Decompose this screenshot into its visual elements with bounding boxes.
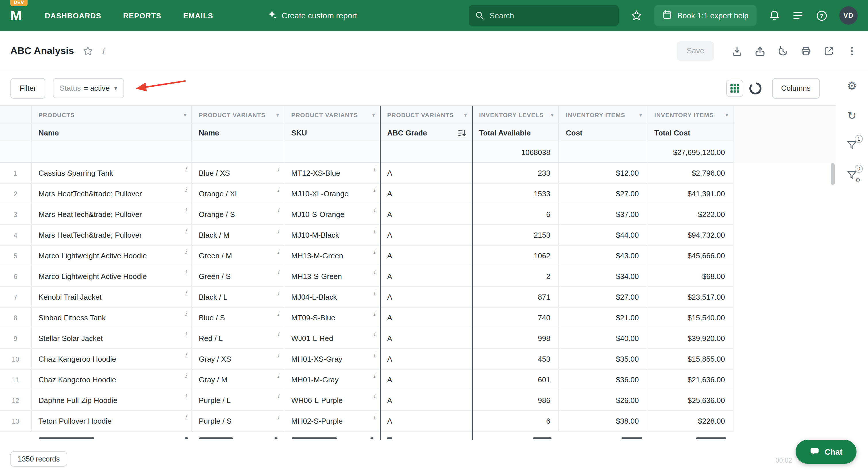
favorite-report-star-icon[interactable] [83, 46, 93, 56]
book-expert-help-button[interactable]: Book 1:1 expert help [654, 5, 756, 26]
info-icon[interactable]: i [277, 187, 279, 193]
table-row[interactable]: 8 Sinbad Fitness Tanki Blue / Si MT09-S-… [0, 308, 836, 328]
info-icon[interactable]: i [373, 414, 375, 420]
column-header-product-name[interactable]: Name [32, 124, 192, 142]
info-icon[interactable]: i [185, 207, 187, 213]
table-row[interactable]: 13 Teton Pullover Hoodiei Purple / Si MH… [0, 411, 836, 432]
open-in-new-button[interactable] [823, 45, 835, 57]
history-button[interactable] [777, 45, 789, 57]
info-icon[interactable]: i [373, 393, 375, 400]
info-icon[interactable]: i [277, 331, 279, 338]
column-group-product-variants-3[interactable]: PRODUCT VARIANTS▾ [380, 106, 472, 124]
report-settings-button[interactable]: ⚙ [845, 79, 859, 93]
avatar[interactable]: VD [839, 6, 858, 25]
table-view-toggle[interactable] [726, 79, 743, 97]
info-icon[interactable]: i [277, 269, 279, 275]
print-button[interactable] [800, 45, 812, 57]
notifications-bell-icon[interactable] [769, 10, 780, 21]
info-icon[interactable]: i [277, 373, 279, 379]
vertical-scrollbar[interactable] [831, 163, 835, 185]
info-icon[interactable]: i [185, 248, 187, 255]
filter-settings-button[interactable]: ⚙ 0 [845, 168, 859, 182]
nav-emails[interactable]: EMAILS [183, 11, 213, 20]
table-row[interactable]: 10 Chaz Kangeroo Hoodiei Gray / XSi MH01… [0, 349, 836, 370]
info-icon[interactable]: i [185, 352, 187, 358]
chart-view-toggle[interactable] [747, 80, 763, 96]
column-group-inventory-items-2[interactable]: INVENTORY ITEMS▾ [647, 106, 734, 124]
table-row[interactable]: 1 Cassius Sparring Tanki Blue / XSi MT12… [0, 163, 836, 184]
info-icon[interactable]: i [277, 352, 279, 358]
favorite-star-icon[interactable] [631, 10, 642, 21]
save-button[interactable]: Save [677, 41, 714, 61]
nav-dashboards[interactable]: DASHBOARDS [45, 11, 101, 20]
filter-button[interactable]: Filter [10, 78, 45, 98]
filters-button[interactable]: 1 [845, 138, 859, 152]
info-icon[interactable]: i [185, 310, 187, 317]
help-icon[interactable]: ? [816, 9, 828, 22]
info-icon[interactable]: i [185, 228, 187, 234]
info-icon[interactable]: i [185, 290, 187, 296]
table-row[interactable]: 2 Mars HeatTech&trade; Pulloveri Orange … [0, 184, 836, 204]
create-custom-report-button[interactable]: Create custom report [267, 10, 357, 21]
table-row[interactable]: 7 Kenobi Trail Jacketi Black / Li MJ04-L… [0, 287, 836, 308]
column-group-products[interactable]: PRODUCTS▾ [32, 106, 192, 124]
column-header-abc-grade[interactable]: ABC Grade [380, 124, 472, 142]
table-row[interactable]: 6 Marco Lightweight Active Hoodiei Green… [0, 266, 836, 287]
search-input[interactable] [469, 5, 619, 26]
records-count-button[interactable]: 1350 records [10, 451, 67, 467]
info-icon[interactable]: i [373, 207, 375, 213]
info-icon[interactable]: i [373, 373, 375, 379]
sort-descending-icon[interactable] [458, 129, 466, 139]
changelog-icon[interactable] [792, 10, 804, 21]
column-header-variant-name[interactable]: Name [192, 124, 284, 142]
info-icon[interactable]: i [277, 228, 279, 234]
info-icon[interactable]: i [373, 248, 375, 255]
table-row[interactable]: 5 Marco Lightweight Active Hoodiei Green… [0, 246, 836, 266]
info-icon[interactable]: i [373, 187, 375, 193]
report-info-icon[interactable]: i [102, 46, 104, 56]
info-icon[interactable]: i [373, 331, 375, 338]
info-icon[interactable]: i [373, 228, 375, 234]
info-icon[interactable]: i [373, 166, 375, 172]
info-icon[interactable]: i [373, 310, 375, 317]
column-header-total-available[interactable]: Total Available [472, 124, 559, 142]
column-group-product-variants-1[interactable]: PRODUCT VARIANTS▾ [192, 106, 284, 124]
info-icon[interactable]: i [185, 393, 187, 400]
table-row[interactable]: 9 Stellar Solar Jacketi Red / Li WJ01-L-… [0, 328, 836, 349]
info-icon[interactable]: i [185, 373, 187, 379]
info-icon[interactable]: i [185, 414, 187, 420]
info-icon[interactable]: i [277, 414, 279, 420]
info-icon[interactable]: i [277, 393, 279, 400]
table-row[interactable]: 3 Mars HeatTech&trade; Pulloveri Orange … [0, 204, 836, 225]
nav-reports[interactable]: REPORTS [123, 11, 161, 20]
info-icon[interactable]: i [277, 166, 279, 172]
column-header-total-cost[interactable]: Total Cost [647, 124, 734, 142]
columns-button[interactable]: Columns [772, 78, 820, 98]
info-icon[interactable]: i [185, 187, 187, 193]
info-icon[interactable]: i [185, 331, 187, 338]
share-button[interactable] [754, 45, 766, 57]
info-icon[interactable]: i [373, 352, 375, 358]
column-group-inventory-items-1[interactable]: INVENTORY ITEMS▾ [559, 106, 647, 124]
table-row[interactable]: 11 Chaz Kangeroo Hoodiei Gray / Mi MH01-… [0, 370, 836, 390]
info-icon[interactable]: i [185, 166, 187, 172]
status-filter-chip[interactable]: Status = active ▾ [53, 78, 124, 98]
download-button[interactable] [731, 45, 743, 57]
info-icon[interactable]: i [277, 290, 279, 296]
info-icon[interactable]: i [277, 248, 279, 255]
refresh-button[interactable]: ↻ [845, 108, 859, 122]
info-icon[interactable]: i [277, 207, 279, 213]
info-icon[interactable]: i [277, 310, 279, 317]
info-icon[interactable]: i [185, 269, 187, 275]
column-group-product-variants-2[interactable]: PRODUCT VARIANTS▾ [284, 106, 380, 124]
column-header-sku[interactable]: SKU [284, 124, 380, 142]
more-menu-button[interactable] [846, 45, 858, 57]
chat-button[interactable]: Chat [796, 440, 857, 464]
table-row[interactable]: 4 Mars HeatTech&trade; Pulloveri Black /… [0, 225, 836, 246]
info-icon[interactable]: i [373, 269, 375, 275]
column-header-cost[interactable]: Cost [559, 124, 647, 142]
app-logo[interactable]: M [10, 7, 22, 24]
table-row[interactable]: 12 Daphne Full-Zip Hoodiei Purple / Li W… [0, 390, 836, 411]
info-icon[interactable]: i [373, 290, 375, 296]
column-group-inventory-levels[interactable]: INVENTORY LEVELS▾ [472, 106, 559, 124]
